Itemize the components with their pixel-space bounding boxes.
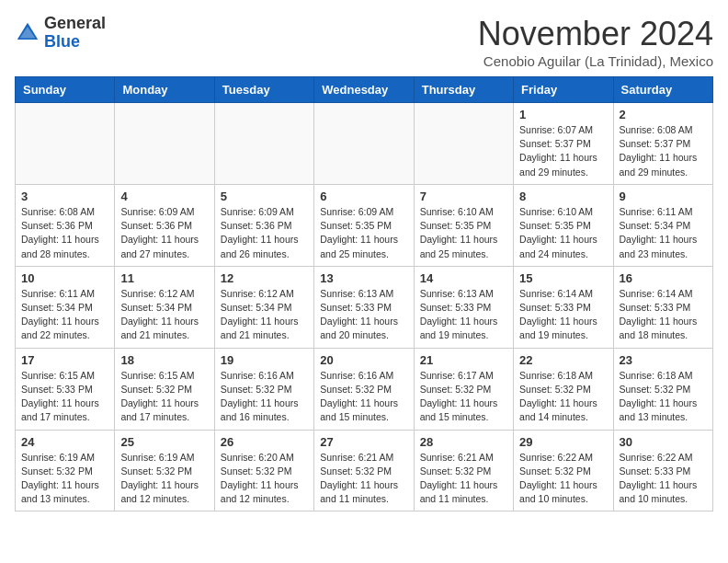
calendar-cell: 11Sunrise: 6:12 AM Sunset: 5:34 PM Dayli… (115, 266, 214, 348)
calendar-cell: 4Sunrise: 6:09 AM Sunset: 5:36 PM Daylig… (115, 184, 214, 266)
location-subtitle: Cenobio Aguilar (La Trinidad), Mexico (478, 53, 713, 69)
day-info: Sunrise: 6:15 AM Sunset: 5:33 PM Dayligh… (21, 369, 108, 425)
calendar-cell: 19Sunrise: 6:16 AM Sunset: 5:32 PM Dayli… (214, 348, 313, 430)
day-header-monday: Monday (115, 77, 214, 103)
logo-text: General Blue (44, 15, 106, 52)
day-info: Sunrise: 6:09 AM Sunset: 5:35 PM Dayligh… (320, 205, 407, 261)
day-info: Sunrise: 6:10 AM Sunset: 5:35 PM Dayligh… (420, 205, 507, 261)
calendar-cell (314, 103, 414, 185)
day-info: Sunrise: 6:21 AM Sunset: 5:32 PM Dayligh… (420, 451, 507, 507)
day-header-saturday: Saturday (613, 77, 712, 103)
day-number: 25 (120, 435, 208, 449)
day-number: 6 (320, 190, 407, 203)
day-info: Sunrise: 6:11 AM Sunset: 5:34 PM Dayligh… (620, 205, 707, 261)
calendar-cell (16, 103, 115, 185)
day-info: Sunrise: 6:11 AM Sunset: 5:34 PM Dayligh… (21, 287, 108, 343)
calendar-cell: 22Sunrise: 6:18 AM Sunset: 5:32 PM Dayli… (514, 348, 613, 430)
day-number: 23 (620, 353, 707, 367)
day-info: Sunrise: 6:12 AM Sunset: 5:34 PM Dayligh… (221, 287, 308, 343)
day-number: 19 (221, 353, 308, 367)
day-number: 14 (420, 271, 507, 285)
day-info: Sunrise: 6:22 AM Sunset: 5:32 PM Dayligh… (519, 451, 607, 507)
day-info: Sunrise: 6:13 AM Sunset: 5:33 PM Dayligh… (320, 287, 407, 343)
day-info: Sunrise: 6:13 AM Sunset: 5:33 PM Dayligh… (420, 287, 507, 343)
day-info: Sunrise: 6:17 AM Sunset: 5:32 PM Dayligh… (420, 369, 507, 425)
calendar-cell: 18Sunrise: 6:15 AM Sunset: 5:32 PM Dayli… (115, 348, 214, 430)
logo-blue: Blue (44, 32, 80, 51)
month-title: November 2024 (478, 15, 713, 53)
calendar-cell: 7Sunrise: 6:10 AM Sunset: 5:35 PM Daylig… (414, 184, 513, 266)
calendar-cell: 28Sunrise: 6:21 AM Sunset: 5:32 PM Dayli… (414, 430, 513, 511)
day-info: Sunrise: 6:22 AM Sunset: 5:33 PM Dayligh… (620, 451, 707, 507)
day-number: 15 (519, 271, 607, 285)
day-number: 7 (420, 190, 507, 203)
calendar-cell: 13Sunrise: 6:13 AM Sunset: 5:33 PM Dayli… (314, 266, 414, 348)
calendar-cell: 2Sunrise: 6:08 AM Sunset: 5:37 PM Daylig… (613, 103, 712, 185)
calendar-cell: 14Sunrise: 6:13 AM Sunset: 5:33 PM Dayli… (414, 266, 513, 348)
calendar-week-2: 3Sunrise: 6:08 AM Sunset: 5:36 PM Daylig… (16, 184, 713, 266)
title-block: November 2024 Cenobio Aguilar (La Trinid… (478, 15, 713, 69)
day-number: 10 (21, 271, 108, 285)
day-info: Sunrise: 6:19 AM Sunset: 5:32 PM Dayligh… (120, 451, 208, 507)
day-info: Sunrise: 6:08 AM Sunset: 5:37 PM Dayligh… (620, 123, 707, 179)
day-info: Sunrise: 6:18 AM Sunset: 5:32 PM Dayligh… (519, 369, 607, 425)
day-number: 24 (21, 435, 108, 449)
day-info: Sunrise: 6:14 AM Sunset: 5:33 PM Dayligh… (519, 287, 607, 343)
calendar-cell: 6Sunrise: 6:09 AM Sunset: 5:35 PM Daylig… (314, 184, 414, 266)
day-number: 21 (420, 353, 507, 367)
day-number: 3 (21, 190, 108, 203)
day-number: 17 (21, 353, 108, 367)
calendar-week-1: 1Sunrise: 6:07 AM Sunset: 5:37 PM Daylig… (16, 103, 713, 185)
calendar-cell: 26Sunrise: 6:20 AM Sunset: 5:32 PM Dayli… (214, 430, 313, 511)
day-number: 11 (120, 271, 208, 285)
day-number: 13 (320, 271, 407, 285)
day-number: 29 (519, 435, 607, 449)
calendar-cell: 10Sunrise: 6:11 AM Sunset: 5:34 PM Dayli… (16, 266, 115, 348)
calendar-week-3: 10Sunrise: 6:11 AM Sunset: 5:34 PM Dayli… (16, 266, 713, 348)
calendar-cell: 27Sunrise: 6:21 AM Sunset: 5:32 PM Dayli… (314, 430, 414, 511)
day-number: 22 (519, 353, 607, 367)
day-header-wednesday: Wednesday (314, 77, 414, 103)
page-header: General Blue November 2024 Cenobio Aguil… (15, 15, 713, 69)
calendar-cell (414, 103, 513, 185)
calendar-cell: 8Sunrise: 6:10 AM Sunset: 5:35 PM Daylig… (514, 184, 613, 266)
calendar-cell: 24Sunrise: 6:19 AM Sunset: 5:32 PM Dayli… (16, 430, 115, 511)
day-info: Sunrise: 6:18 AM Sunset: 5:32 PM Dayligh… (620, 369, 707, 425)
day-header-friday: Friday (514, 77, 613, 103)
day-info: Sunrise: 6:12 AM Sunset: 5:34 PM Dayligh… (120, 287, 208, 343)
calendar-cell: 1Sunrise: 6:07 AM Sunset: 5:37 PM Daylig… (514, 103, 613, 185)
day-number: 2 (620, 108, 707, 121)
calendar-cell: 30Sunrise: 6:22 AM Sunset: 5:33 PM Dayli… (613, 430, 712, 511)
calendar-cell: 21Sunrise: 6:17 AM Sunset: 5:32 PM Dayli… (414, 348, 513, 430)
day-number: 5 (221, 190, 308, 203)
logo-icon (15, 20, 40, 46)
day-info: Sunrise: 6:10 AM Sunset: 5:35 PM Dayligh… (519, 205, 607, 261)
day-number: 16 (620, 271, 707, 285)
day-info: Sunrise: 6:20 AM Sunset: 5:32 PM Dayligh… (221, 451, 308, 507)
calendar-cell: 9Sunrise: 6:11 AM Sunset: 5:34 PM Daylig… (613, 184, 712, 266)
calendar-cell: 29Sunrise: 6:22 AM Sunset: 5:32 PM Dayli… (514, 430, 613, 511)
day-number: 1 (519, 108, 607, 121)
day-header-sunday: Sunday (16, 77, 115, 103)
calendar-cell (115, 103, 214, 185)
day-info: Sunrise: 6:19 AM Sunset: 5:32 PM Dayligh… (21, 451, 108, 507)
day-header-tuesday: Tuesday (214, 77, 313, 103)
day-info: Sunrise: 6:07 AM Sunset: 5:37 PM Dayligh… (519, 123, 607, 179)
calendar-cell: 25Sunrise: 6:19 AM Sunset: 5:32 PM Dayli… (115, 430, 214, 511)
day-number: 28 (420, 435, 507, 449)
day-info: Sunrise: 6:09 AM Sunset: 5:36 PM Dayligh… (221, 205, 308, 261)
day-info: Sunrise: 6:16 AM Sunset: 5:32 PM Dayligh… (320, 369, 407, 425)
calendar-cell: 12Sunrise: 6:12 AM Sunset: 5:34 PM Dayli… (214, 266, 313, 348)
day-info: Sunrise: 6:16 AM Sunset: 5:32 PM Dayligh… (221, 369, 308, 425)
calendar-week-5: 24Sunrise: 6:19 AM Sunset: 5:32 PM Dayli… (16, 430, 713, 511)
calendar-cell: 20Sunrise: 6:16 AM Sunset: 5:32 PM Dayli… (314, 348, 414, 430)
day-number: 4 (120, 190, 208, 203)
logo-general: General (44, 14, 106, 32)
day-info: Sunrise: 6:09 AM Sunset: 5:36 PM Dayligh… (120, 205, 208, 261)
day-number: 12 (221, 271, 308, 285)
day-number: 20 (320, 353, 407, 367)
calendar-cell: 5Sunrise: 6:09 AM Sunset: 5:36 PM Daylig… (214, 184, 313, 266)
day-info: Sunrise: 6:15 AM Sunset: 5:32 PM Dayligh… (120, 369, 208, 425)
logo: General Blue (15, 15, 106, 52)
day-number: 27 (320, 435, 407, 449)
